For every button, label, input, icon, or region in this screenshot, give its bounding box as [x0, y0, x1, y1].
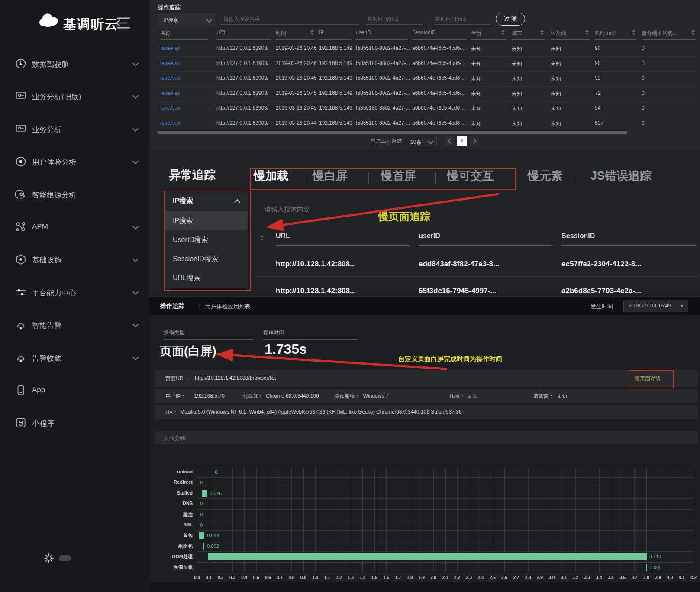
search-input[interactable]: 请输入搜索内容 [223, 16, 260, 23]
sort-icon[interactable] [501, 29, 505, 35]
chevron-down-icon [132, 126, 139, 132]
column-header[interactable]: 运营商 [551, 29, 566, 37]
table-cell: 192.168.5.149 [319, 90, 352, 96]
table-link[interactable]: http://10.128.1.42:808... [276, 287, 356, 295]
table-link[interactable]: fakeAjax [160, 75, 180, 81]
column-header[interactable]: 城市 [512, 29, 522, 37]
table-link[interactable]: fakeAjax [160, 120, 180, 126]
sidebar-item-5[interactable]: APM [12, 217, 142, 236]
x-tick-label: 0.0 [192, 575, 202, 580]
breadcrumb-item-ops-trace[interactable]: 操作追踪 [160, 302, 184, 310]
sliders-icon [15, 286, 27, 298]
gridline-h [197, 573, 694, 573]
x-tick-label: 0.2 [216, 575, 226, 580]
search-type-select[interactable]: IP搜索 [158, 13, 216, 26]
horizontal-scrollbar[interactable] [157, 131, 627, 134]
sort-icon[interactable] [691, 29, 695, 35]
sidebar-item-9[interactable]: 告警收敛 [12, 348, 142, 367]
prev-page-button[interactable] [445, 136, 454, 146]
table-cell: 未知 [551, 45, 561, 52]
x-tick-label: 4.1 [677, 575, 687, 580]
occur-time-select[interactable]: 2018-09-03 15:49 [623, 300, 688, 312]
duration-max-input[interactable]: 耗时区间(ms) [435, 16, 467, 23]
ops-trace-title: 操作追踪 [158, 3, 181, 11]
column-header[interactable]: URL [276, 232, 290, 240]
sidebar-item-7[interactable]: 平台能力中心 [12, 283, 142, 302]
sort-icon[interactable] [540, 29, 544, 35]
table-cell: 未知 [551, 75, 561, 82]
chart-bar-value: 0 [200, 480, 203, 485]
table-cell: 90 [595, 60, 600, 66]
table-cell: a6b6074e-f6c5-4cd6-... [412, 45, 466, 51]
page-url-value: http://10.128.1.42.8088/browser/list [195, 375, 276, 381]
x-tick-label: 1.1 [322, 575, 332, 580]
gear-icon[interactable] [43, 553, 55, 564]
column-header[interactable]: 耗时(ms) [595, 29, 616, 37]
duration-max-underline [434, 24, 491, 25]
sidebar-item-11[interactable]: 小程序 [12, 413, 142, 432]
column-header[interactable]: IP [319, 29, 324, 36]
breadcrumb-separator: | [198, 302, 200, 309]
page-number-active[interactable]: 1 [457, 136, 467, 146]
filter-button[interactable]: 过 滤 [496, 13, 525, 26]
sidebar-item-6[interactable]: 基础设施 [12, 250, 142, 269]
toggle-pill-icon[interactable] [59, 555, 71, 561]
x-tick-label: 1.8 [405, 575, 415, 580]
target-heart-icon [15, 155, 27, 168]
monitor-key-icon [15, 90, 27, 102]
table-cell: 2019-03-26 20:46 [276, 60, 317, 66]
sidebar-item-0[interactable]: 数据驾驶舱 [12, 54, 142, 73]
row-divider [156, 71, 697, 72]
table-link[interactable]: fakeAjax [160, 45, 180, 51]
table-cell: 未知 [512, 90, 522, 97]
sidebar-item-2[interactable]: 业务分析 [12, 120, 142, 139]
table-link[interactable]: fakeAjax [160, 105, 180, 111]
sidebar-item-8[interactable]: 智能告警 [12, 315, 142, 334]
x-tick-label: 3.1 [558, 575, 569, 580]
column-header[interactable]: URL [216, 29, 227, 36]
sidebar-item-10[interactable]: App [12, 381, 142, 400]
column-underline [512, 39, 545, 40]
slow-search-input[interactable]: 请输入搜索内容 [265, 205, 310, 214]
column-header[interactable]: 名称 [160, 29, 171, 37]
column-header[interactable]: 省份 [471, 29, 481, 37]
collapse-sidebar-icon[interactable] [115, 16, 131, 29]
table-link[interactable]: http://10.128.1.42:808... [276, 260, 356, 269]
x-tick-label: 2.4 [475, 575, 486, 580]
sidebar-item-label: 小程序 [32, 418, 54, 428]
sort-icon[interactable] [632, 29, 635, 35]
sort-icon[interactable] [260, 235, 264, 241]
tab-4[interactable]: 慢元素 [528, 168, 563, 184]
sort-icon[interactable] [310, 29, 314, 35]
tab-5[interactable]: JS错误追踪 [590, 168, 652, 184]
next-page-button[interactable] [470, 136, 479, 146]
table-cell: 未知 [551, 105, 561, 112]
sidebar-item-3[interactable]: 用户体验分析 [12, 152, 142, 171]
sort-icon[interactable] [585, 29, 589, 35]
sidebar-item-label: 智能根源分析 [32, 190, 76, 200]
page-url-label: 页面URL： [165, 375, 191, 382]
chart-row-label: 首包 [139, 532, 193, 539]
column-header[interactable]: 时间 [276, 29, 286, 37]
x-tick-label: 1.9 [416, 575, 427, 580]
table-cell: 192.168.5.149 [319, 45, 352, 51]
column-header[interactable]: 服务端平均响... [642, 29, 677, 37]
chart-row-label: DNS [139, 501, 193, 506]
sidebar-item-1[interactable]: 业务分析(旧版) [12, 87, 142, 106]
column-header[interactable]: userID [356, 29, 371, 36]
table-link[interactable]: fakeAjax [160, 60, 180, 66]
table-cell: 0 [642, 45, 645, 51]
breadcrumb-item-ux-list[interactable]: 用户体验应用列表 [205, 303, 250, 311]
x-tick-label: 3.9 [653, 575, 663, 580]
sidebar-item-4[interactable]: 智能根源分析 [12, 185, 142, 204]
duration-min-input[interactable]: 耗时区间(ms) [368, 16, 399, 23]
page-size-select[interactable]: 10条 [406, 136, 437, 147]
column-header[interactable]: SessionID [412, 29, 436, 36]
gridline-h [197, 477, 694, 478]
column-header[interactable]: SessionID [561, 232, 595, 240]
sidebar-item-label: 数据驾驶舱 [32, 59, 69, 69]
info-label: 浏览器： [242, 393, 263, 400]
table-link[interactable]: fakeAjax [160, 90, 180, 96]
info-value: 未知 [557, 393, 567, 400]
column-header[interactable]: userID [419, 232, 440, 240]
